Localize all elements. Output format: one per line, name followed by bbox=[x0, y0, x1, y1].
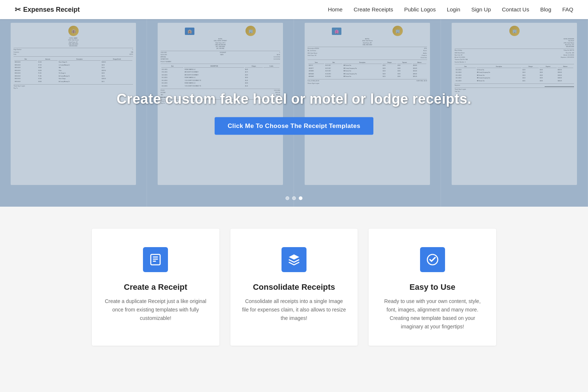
nav-link-blog[interactable]: Blog bbox=[540, 6, 551, 13]
checkmark-icon bbox=[420, 247, 445, 272]
nav-link-faq[interactable]: FAQ bbox=[562, 6, 573, 13]
slider-dots bbox=[286, 196, 302, 200]
feature-title-create-receipt: Create a Receipt bbox=[103, 282, 208, 292]
nav-link-create-receipts[interactable]: Create Receipts bbox=[354, 6, 393, 13]
svg-rect-3 bbox=[153, 261, 156, 262]
choose-template-button[interactable]: Click Me To Choose The Receipt Templates bbox=[215, 117, 374, 135]
nav-link-login[interactable]: Login bbox=[447, 6, 460, 13]
logo-icon: ✂ bbox=[15, 5, 21, 14]
logo-text: Expenses Receipt bbox=[23, 6, 80, 14]
features-grid: Create a ReceiptCreate a duplicate Recei… bbox=[92, 229, 496, 346]
slider-dot-2[interactable] bbox=[292, 196, 296, 200]
feature-title-consolidate-receipts: Consolidate Receipts bbox=[241, 282, 347, 292]
nav-links: HomeCreate ReceiptsPublic LogosLoginSign… bbox=[328, 6, 573, 13]
feature-card-create-receipt: Create a ReceiptCreate a duplicate Recei… bbox=[92, 229, 219, 346]
svg-rect-2 bbox=[153, 259, 158, 260]
feature-desc-create-receipt: Create a duplicate Receipt just a like o… bbox=[103, 297, 208, 322]
features-section: Create a ReceiptCreate a duplicate Recei… bbox=[0, 207, 588, 368]
feature-card-easy-to-use: Easy to UseReady to use with your own co… bbox=[369, 229, 496, 346]
hero-title: Create custom fake hotel or motel or lod… bbox=[29, 91, 559, 107]
hero-section: 🏨 HOTEL NAME1234, Hotel StreetHotel Town… bbox=[0, 19, 588, 207]
svg-rect-1 bbox=[153, 257, 158, 258]
slider-dot-3[interactable] bbox=[299, 196, 302, 200]
nav-link-sign-up[interactable]: Sign Up bbox=[471, 6, 491, 13]
receipt-icon bbox=[143, 247, 168, 272]
nav-link-public-logos[interactable]: Public Logos bbox=[404, 6, 436, 13]
feature-card-consolidate-receipts: Consolidate ReceiptsConsolidate all rece… bbox=[230, 229, 358, 346]
hero-content: Create custom fake hotel or motel or lod… bbox=[29, 91, 559, 135]
layers-icon bbox=[282, 247, 306, 272]
logo[interactable]: ✂ Expenses Receipt bbox=[15, 5, 80, 14]
nav-link-home[interactable]: Home bbox=[328, 6, 343, 13]
nav-link-contact-us[interactable]: Contact Us bbox=[502, 6, 529, 13]
slider-dot-1[interactable] bbox=[286, 196, 289, 200]
feature-title-easy-to-use: Easy to Use bbox=[380, 282, 485, 292]
navbar: ✂ Expenses Receipt HomeCreate ReceiptsPu… bbox=[0, 0, 588, 19]
feature-desc-consolidate-receipts: Consolidate all receipts into a single I… bbox=[241, 297, 347, 322]
feature-desc-easy-to-use: Ready to use with your own content, styl… bbox=[380, 297, 485, 331]
